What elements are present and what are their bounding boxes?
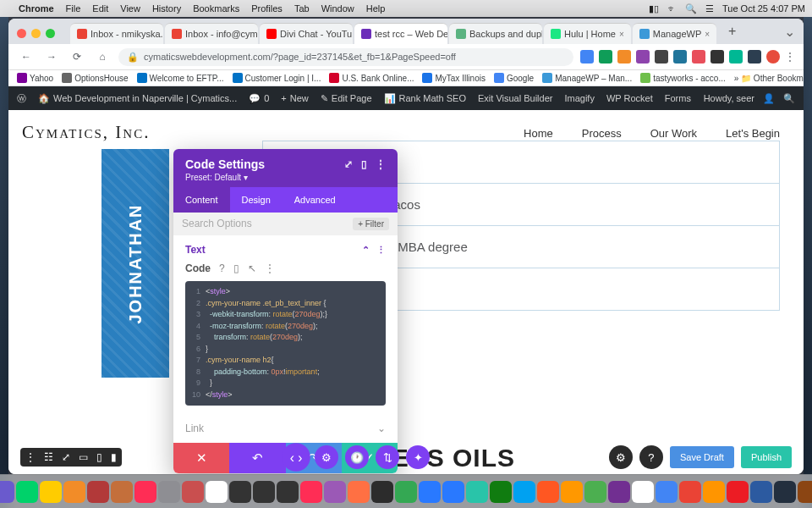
ext-icon[interactable] — [729, 50, 743, 64]
menu-help[interactable]: Help — [366, 3, 386, 14]
browser-tab[interactable]: Inbox - nmikyska...× — [70, 23, 163, 44]
dock-app-icon[interactable] — [40, 481, 62, 503]
nav-process[interactable]: Process — [582, 127, 622, 140]
browser-tab[interactable]: Backups and dupl...× — [449, 23, 542, 44]
wp-comments[interactable]: 💬 0 — [249, 93, 269, 104]
brush-icon[interactable]: ✦ — [406, 445, 430, 469]
forward-button[interactable]: → — [42, 47, 61, 66]
settings-icon[interactable]: ⚙ — [315, 445, 338, 469]
publish-button[interactable]: Publish — [741, 446, 792, 468]
wp-rankmath[interactable]: 📊 Rank Math SEO — [384, 93, 466, 104]
menu-bookmarks[interactable]: Bookmarks — [193, 3, 239, 14]
bookmark-item[interactable]: ManageWP – Man... — [542, 73, 632, 83]
divi-toggle-button[interactable]: ‹ › — [282, 443, 310, 472]
dock-app-icon[interactable] — [442, 481, 464, 503]
dock-app-icon[interactable] — [182, 481, 204, 503]
close-window[interactable] — [17, 29, 26, 38]
bookmark-item[interactable]: Welcome to EFTP... — [137, 73, 224, 83]
help-icon[interactable]: ? — [219, 262, 225, 274]
close-tab-icon[interactable]: × — [619, 30, 624, 39]
browser-tab[interactable]: Hulu | Home× — [544, 23, 631, 44]
menu-profiles[interactable]: Profiles — [251, 3, 283, 14]
search-icon[interactable]: 🔍 — [783, 93, 795, 104]
dock-app-icon[interactable] — [798, 481, 812, 503]
dock-app-icon[interactable] — [158, 481, 180, 503]
new-tab-button[interactable]: + — [723, 20, 741, 42]
tab-content[interactable]: Content — [173, 187, 230, 213]
menu-file[interactable]: File — [66, 3, 81, 14]
dock-app-icon[interactable] — [206, 481, 228, 503]
dock-app-icon[interactable] — [561, 481, 583, 503]
wp-site-link[interactable]: 🏠 Web Development in Naperville | Cymati… — [38, 93, 237, 104]
dock-app-icon[interactable] — [774, 481, 796, 503]
code-settings-panel[interactable]: Code Settings ⤢ ▯ ⋮ Preset: Default ▾ Co… — [173, 149, 398, 473]
bookmark-item[interactable]: U.S. Bank Online... — [329, 73, 414, 83]
dock-app-icon[interactable] — [584, 481, 606, 503]
url-input[interactable]: 🔒 cymaticswebdevelopment.com/?page_id=23… — [118, 48, 573, 66]
wp-wprocket[interactable]: WP Rocket — [606, 93, 653, 103]
dock-app-icon[interactable] — [87, 481, 109, 503]
menu-edit[interactable]: Edit — [92, 3, 108, 14]
dock-app-icon[interactable] — [111, 481, 133, 503]
menu-history[interactable]: History — [152, 3, 181, 14]
search-icon[interactable]: 🔍 — [685, 3, 697, 14]
dock-app-icon[interactable] — [727, 481, 749, 503]
dock-app-icon[interactable] — [348, 481, 370, 503]
menu-tab[interactable]: Tab — [294, 3, 310, 14]
dock-app-icon[interactable] — [324, 481, 346, 503]
wp-imagify[interactable]: Imagify — [564, 93, 594, 103]
save-draft-button[interactable]: Save Draft — [670, 446, 734, 468]
menu-view[interactable]: View — [120, 3, 140, 14]
bookmark-item[interactable]: Yahoo — [17, 73, 53, 83]
more-icon[interactable]: ⋮ — [376, 245, 386, 256]
ext-icon[interactable] — [710, 50, 724, 64]
bookmark-item[interactable]: OptionsHouse — [62, 73, 128, 83]
ext-icon[interactable] — [599, 50, 612, 64]
wp-exit-vb[interactable]: Exit Visual Builder — [478, 93, 552, 103]
gear-icon[interactable]: ⚙ — [609, 445, 633, 469]
dock-app-icon[interactable] — [656, 481, 678, 503]
bookmark-item[interactable]: tastyworks - acco... — [640, 73, 726, 83]
dock-app-icon[interactable] — [466, 481, 488, 503]
browser-tab[interactable]: test rcc – Web De...× — [354, 23, 447, 44]
wp-logo-icon[interactable]: ⓦ — [17, 92, 26, 105]
code-editor[interactable]: 1<style>2.cym-your-name .et_pb_text_inne… — [185, 281, 386, 406]
tab-advanced[interactable]: Advanced — [283, 187, 348, 213]
dock-app-icon[interactable] — [253, 481, 275, 503]
ext-icon[interactable] — [692, 50, 705, 64]
control-center-icon[interactable]: ☰ — [705, 3, 714, 14]
ext-icon[interactable] — [636, 50, 650, 64]
search-input[interactable]: Search Options — [182, 218, 252, 230]
zoom-icon[interactable]: ⤢ — [62, 451, 70, 463]
expand-icon[interactable]: ⤢ — [344, 158, 353, 170]
tab-design[interactable]: Design — [230, 187, 283, 213]
snap-icon[interactable]: ▯ — [361, 158, 367, 170]
ext-icon[interactable] — [673, 50, 687, 64]
nav-letsbegin[interactable]: Let's Begin — [726, 127, 780, 140]
ext-icon[interactable] — [655, 50, 668, 64]
section-text[interactable]: Text — [185, 244, 206, 256]
wp-forms[interactable]: Forms — [665, 93, 691, 103]
hover-icon[interactable]: ↖ — [248, 262, 256, 274]
menu-window[interactable]: Window — [321, 3, 354, 14]
maximize-window[interactable] — [46, 29, 55, 38]
close-tab-icon[interactable]: × — [705, 30, 710, 39]
section-link[interactable]: Link — [185, 422, 204, 434]
ext-icon[interactable] — [748, 50, 761, 64]
ext-icon[interactable] — [617, 50, 631, 64]
minimize-window[interactable] — [31, 29, 41, 38]
avatar-icon[interactable]: 👤 — [763, 93, 775, 104]
reload-button[interactable]: ⟳ — [68, 47, 86, 66]
tablet-icon[interactable]: ▯ — [96, 451, 102, 463]
dock-app-icon[interactable] — [513, 481, 535, 503]
dock-app-icon[interactable] — [679, 481, 701, 503]
bookmark-item[interactable]: Customer Login | I... — [233, 73, 321, 83]
filter-button[interactable]: + Filter — [353, 218, 389, 230]
tab-list-button[interactable]: ⌄ — [776, 24, 804, 40]
clock[interactable]: Tue Oct 25 4:07 PM — [722, 3, 805, 14]
more-icon[interactable]: ⋮ — [376, 158, 386, 170]
swap-icon[interactable]: ⇅ — [376, 445, 399, 469]
dock-app-icon[interactable] — [419, 481, 441, 503]
app-name[interactable]: Chrome — [19, 3, 54, 14]
nav-home[interactable]: Home — [524, 127, 553, 140]
